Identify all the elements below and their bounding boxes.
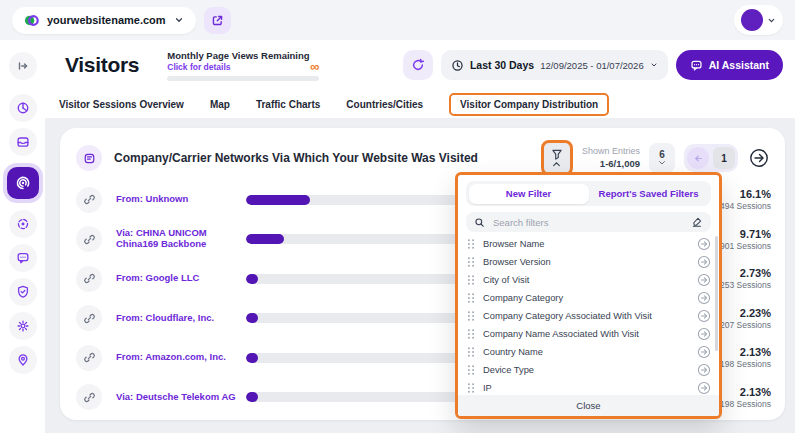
site-logo-icon [24, 13, 39, 28]
tab[interactable]: Visitor Company Distribution [449, 93, 609, 116]
previous-page-button[interactable] [687, 147, 709, 169]
chevron-down-icon [767, 16, 776, 25]
sidebar-item-settings[interactable] [9, 312, 37, 340]
filter-panel-tab[interactable]: Report's Saved Filters [589, 184, 709, 204]
bar-label[interactable]: From: Amazon.com, Inc. [116, 352, 246, 363]
open-site-button[interactable] [204, 7, 231, 34]
pagination: 1 [684, 144, 738, 172]
apply-filter-arrow-icon[interactable] [697, 237, 711, 251]
scrollbar-thumb[interactable] [715, 236, 718, 351]
refresh-button[interactable] [403, 50, 433, 80]
drag-handle-icon[interactable] [466, 256, 476, 268]
sidebar-item-feedback[interactable] [9, 244, 37, 272]
next-page-button[interactable] [747, 146, 771, 170]
filter-option-row[interactable]: Device Type [466, 361, 711, 379]
bar-label[interactable]: From: Cloudflare, Inc. [116, 313, 246, 324]
filter-option-row[interactable]: Browser Version [466, 253, 711, 271]
date-range-picker[interactable]: Last 30 Days 12/09/2025 - 01/07/2026 [441, 50, 668, 80]
gear-icon [16, 319, 30, 333]
shown-entries: Shown Entries 1-6/1,009 [582, 146, 640, 170]
apply-filter-arrow-icon[interactable] [697, 291, 711, 305]
apply-filter-arrow-icon[interactable] [697, 255, 711, 269]
drag-handle-icon[interactable] [466, 274, 476, 286]
close-filter-button[interactable]: Close [458, 395, 719, 416]
filter-option-row[interactable]: Company Category Associated With Visit [466, 307, 711, 325]
tab[interactable]: Map [210, 99, 230, 110]
chevron-up-icon [552, 161, 561, 167]
drag-handle-icon[interactable] [466, 292, 476, 304]
filter-panel: New FilterReport's Saved Filters Browser… [455, 172, 722, 419]
content-area: Company/Carrier Networks Via Which Your … [45, 118, 795, 433]
bar-label[interactable]: From: Unknown [116, 194, 246, 205]
quota-progress-bar [167, 76, 319, 81]
drag-handle-icon[interactable] [466, 328, 476, 340]
filter-option-row[interactable]: Company Category [466, 289, 711, 307]
drag-handle-icon[interactable] [466, 346, 476, 358]
bar-fill [246, 353, 258, 363]
sidebar-item-dashboard[interactable] [9, 94, 37, 122]
bar-fill [246, 234, 284, 244]
sidebar-item-goals[interactable] [9, 210, 37, 238]
topbar: yourwebsitename.com [0, 0, 795, 40]
drag-handle-icon[interactable] [466, 310, 476, 322]
bar-label[interactable]: Via: CHINA UNICOM China169 Backbone [116, 228, 246, 250]
arrow-left-icon [693, 153, 704, 164]
site-selector[interactable]: yourwebsitename.com [12, 7, 196, 34]
filter-panel-tab[interactable]: New Filter [469, 184, 589, 204]
pie-chart-icon [16, 101, 30, 115]
filter-option-label: IP [483, 383, 690, 393]
apply-filter-arrow-icon[interactable] [697, 345, 711, 359]
bar-label[interactable]: From: Google LLC [116, 273, 246, 284]
quota-widget: Monthly Page Views Remaining Click for d… [167, 50, 319, 81]
link-icon [76, 266, 102, 292]
filter-search [466, 212, 711, 232]
user-menu[interactable] [734, 5, 783, 35]
visitors-icon [15, 175, 31, 191]
shown-entries-value: 1-6/1,009 [600, 158, 640, 170]
quota-details-link[interactable]: Click for details [167, 62, 230, 72]
link-icon [76, 384, 102, 410]
sidebar-item-privacy[interactable] [9, 278, 37, 306]
ai-assistant-label: AI Assistant [709, 59, 769, 71]
filter-option-row[interactable]: Browser Name [466, 235, 711, 253]
chevron-down-icon [174, 15, 184, 25]
tabs: Visitor Sessions OverviewMapTraffic Char… [45, 90, 795, 118]
tab[interactable]: Countries/Cities [346, 99, 423, 110]
sidebar [0, 40, 45, 433]
tab[interactable]: Traffic Charts [256, 99, 320, 110]
link-icon [76, 345, 102, 371]
filter-option-row[interactable]: Company Name Associated With Visit [466, 325, 711, 343]
chevron-down-icon [650, 61, 658, 69]
page-size-value: 6 [659, 150, 665, 160]
filter-option-row[interactable]: Country Name [466, 343, 711, 361]
filter-option-row[interactable]: City of Visit [466, 271, 711, 289]
ai-assistant-button[interactable]: AI Assistant [676, 50, 783, 80]
collapse-sidebar-icon[interactable] [9, 52, 37, 80]
bar-label[interactable]: Via: Deutsche Telekom AG [116, 392, 246, 403]
filter-search-input[interactable] [491, 216, 685, 229]
drag-handle-icon[interactable] [466, 364, 476, 376]
tab[interactable]: Visitor Sessions Overview [59, 99, 184, 110]
filter-panel-tabs: New FilterReport's Saved Filters [466, 181, 711, 206]
page-size-select[interactable]: 6 [649, 143, 675, 173]
current-page[interactable]: 1 [713, 147, 735, 169]
apply-filter-arrow-icon[interactable] [697, 327, 711, 341]
apply-filter-arrow-icon[interactable] [697, 309, 711, 323]
filter-option-label: Company Category Associated With Visit [483, 311, 690, 321]
drag-handle-icon[interactable] [466, 238, 476, 250]
sidebar-item-locations[interactable] [9, 346, 37, 374]
apply-filter-arrow-icon[interactable] [697, 381, 711, 395]
page-header: Visitors Monthly Page Views Remaining Cl… [45, 40, 795, 90]
drag-handle-icon[interactable] [466, 382, 476, 394]
clear-search-icon[interactable] [691, 216, 703, 228]
sidebar-item-visitors[interactable] [7, 167, 39, 199]
shown-entries-label: Shown Entries [582, 146, 640, 158]
inbox-icon [16, 135, 30, 149]
chevron-down-icon [658, 160, 666, 166]
quota-label: Monthly Page Views Remaining [167, 50, 319, 61]
sidebar-item-inbox[interactable] [9, 128, 37, 156]
filter-option-row[interactable]: IP [466, 379, 711, 395]
apply-filter-arrow-icon[interactable] [697, 273, 711, 287]
filter-button[interactable] [541, 140, 573, 176]
apply-filter-arrow-icon[interactable] [697, 363, 711, 377]
